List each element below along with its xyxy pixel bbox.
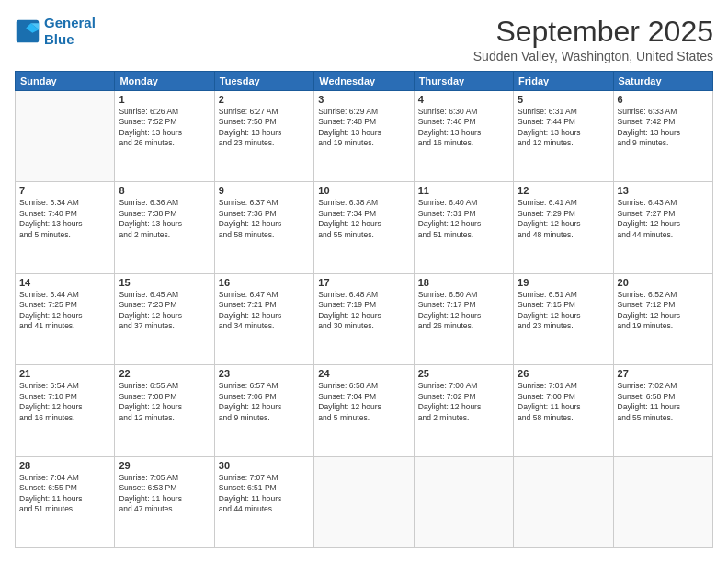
day-number: 28 [19, 460, 110, 471]
calendar-week-row: 7Sunrise: 6:34 AM Sunset: 7:40 PM Daylig… [16, 182, 713, 273]
day-number: 2 [219, 94, 310, 105]
day-info: Sunrise: 7:02 AM Sunset: 6:58 PM Dayligh… [618, 381, 709, 423]
table-row: 5Sunrise: 6:31 AM Sunset: 7:44 PM Daylig… [514, 91, 613, 182]
day-info: Sunrise: 6:47 AM Sunset: 7:21 PM Dayligh… [219, 290, 310, 332]
day-number: 14 [19, 277, 110, 288]
day-info: Sunrise: 6:45 AM Sunset: 7:23 PM Dayligh… [119, 290, 210, 332]
col-tuesday: Tuesday [214, 72, 313, 91]
table-row: 27Sunrise: 7:02 AM Sunset: 6:58 PM Dayli… [613, 365, 712, 456]
table-row: 29Sunrise: 7:05 AM Sunset: 6:53 PM Dayli… [115, 456, 214, 547]
table-row: 12Sunrise: 6:41 AM Sunset: 7:29 PM Dayli… [514, 182, 613, 273]
day-info: Sunrise: 7:07 AM Sunset: 6:51 PM Dayligh… [219, 473, 310, 515]
day-info: Sunrise: 7:05 AM Sunset: 6:53 PM Dayligh… [119, 473, 210, 515]
day-number: 8 [119, 185, 210, 196]
table-row: 11Sunrise: 6:40 AM Sunset: 7:31 PM Dayli… [414, 182, 513, 273]
day-number: 7 [19, 185, 110, 196]
table-row: 17Sunrise: 6:48 AM Sunset: 7:19 PM Dayli… [314, 273, 414, 364]
table-row: 21Sunrise: 6:54 AM Sunset: 7:10 PM Dayli… [16, 365, 115, 456]
day-info: Sunrise: 6:37 AM Sunset: 7:36 PM Dayligh… [219, 198, 310, 240]
table-row [613, 456, 712, 547]
col-monday: Monday [115, 72, 214, 91]
header: General Blue September 2025 Sudden Valle… [15, 15, 713, 63]
day-number: 26 [518, 368, 609, 379]
day-number: 27 [618, 368, 709, 379]
day-info: Sunrise: 6:41 AM Sunset: 7:29 PM Dayligh… [518, 198, 609, 240]
table-row: 7Sunrise: 6:34 AM Sunset: 7:40 PM Daylig… [16, 182, 115, 273]
day-info: Sunrise: 6:52 AM Sunset: 7:12 PM Dayligh… [618, 290, 709, 332]
calendar-week-row: 14Sunrise: 6:44 AM Sunset: 7:25 PM Dayli… [16, 273, 713, 364]
table-row: 22Sunrise: 6:55 AM Sunset: 7:08 PM Dayli… [115, 365, 214, 456]
table-row: 25Sunrise: 7:00 AM Sunset: 7:02 PM Dayli… [414, 365, 513, 456]
day-info: Sunrise: 7:01 AM Sunset: 7:00 PM Dayligh… [518, 381, 609, 423]
logo-icon [15, 18, 40, 44]
day-number: 21 [19, 368, 110, 379]
day-number: 20 [618, 277, 709, 288]
table-row: 20Sunrise: 6:52 AM Sunset: 7:12 PM Dayli… [613, 273, 712, 364]
calendar-header-row: Sunday Monday Tuesday Wednesday Thursday… [16, 72, 713, 91]
day-number: 6 [618, 94, 709, 105]
table-row: 13Sunrise: 6:43 AM Sunset: 7:27 PM Dayli… [613, 182, 712, 273]
table-row: 19Sunrise: 6:51 AM Sunset: 7:15 PM Dayli… [514, 273, 613, 364]
calendar-week-row: 28Sunrise: 7:04 AM Sunset: 6:55 PM Dayli… [16, 456, 713, 547]
day-info: Sunrise: 6:36 AM Sunset: 7:38 PM Dayligh… [119, 198, 210, 240]
day-info: Sunrise: 6:57 AM Sunset: 7:06 PM Dayligh… [219, 381, 310, 423]
table-row [514, 456, 613, 547]
table-row: 6Sunrise: 6:33 AM Sunset: 7:42 PM Daylig… [613, 91, 712, 182]
day-info: Sunrise: 6:34 AM Sunset: 7:40 PM Dayligh… [19, 198, 110, 240]
day-number: 17 [318, 277, 409, 288]
calendar-table: Sunday Monday Tuesday Wednesday Thursday… [15, 71, 713, 548]
day-number: 9 [219, 185, 310, 196]
table-row [414, 456, 513, 547]
location: Sudden Valley, Washington, United States [473, 49, 713, 63]
day-info: Sunrise: 6:26 AM Sunset: 7:52 PM Dayligh… [119, 107, 210, 149]
logo-text: General Blue [44, 15, 96, 48]
day-info: Sunrise: 6:54 AM Sunset: 7:10 PM Dayligh… [19, 381, 110, 423]
day-number: 12 [518, 185, 609, 196]
day-info: Sunrise: 6:29 AM Sunset: 7:48 PM Dayligh… [318, 107, 409, 149]
day-info: Sunrise: 6:38 AM Sunset: 7:34 PM Dayligh… [318, 198, 409, 240]
table-row: 1Sunrise: 6:26 AM Sunset: 7:52 PM Daylig… [115, 91, 214, 182]
day-info: Sunrise: 6:44 AM Sunset: 7:25 PM Dayligh… [19, 290, 110, 332]
table-row: 30Sunrise: 7:07 AM Sunset: 6:51 PM Dayli… [214, 456, 313, 547]
day-info: Sunrise: 6:50 AM Sunset: 7:17 PM Dayligh… [418, 290, 509, 332]
day-info: Sunrise: 6:30 AM Sunset: 7:46 PM Dayligh… [418, 107, 509, 149]
day-info: Sunrise: 7:04 AM Sunset: 6:55 PM Dayligh… [19, 473, 110, 515]
day-number: 22 [119, 368, 210, 379]
table-row: 4Sunrise: 6:30 AM Sunset: 7:46 PM Daylig… [414, 91, 513, 182]
day-info: Sunrise: 6:58 AM Sunset: 7:04 PM Dayligh… [318, 381, 409, 423]
table-row: 23Sunrise: 6:57 AM Sunset: 7:06 PM Dayli… [214, 365, 313, 456]
day-number: 10 [318, 185, 409, 196]
col-thursday: Thursday [414, 72, 513, 91]
day-number: 30 [219, 460, 310, 471]
table-row: 28Sunrise: 7:04 AM Sunset: 6:55 PM Dayli… [16, 456, 115, 547]
day-number: 29 [119, 460, 210, 471]
table-row: 18Sunrise: 6:50 AM Sunset: 7:17 PM Dayli… [414, 273, 513, 364]
day-number: 1 [119, 94, 210, 105]
calendar-week-row: 21Sunrise: 6:54 AM Sunset: 7:10 PM Dayli… [16, 365, 713, 456]
day-number: 24 [318, 368, 409, 379]
title-block: September 2025 Sudden Valley, Washington… [473, 15, 713, 63]
table-row: 24Sunrise: 6:58 AM Sunset: 7:04 PM Dayli… [314, 365, 414, 456]
day-number: 19 [518, 277, 609, 288]
table-row [314, 456, 414, 547]
col-wednesday: Wednesday [314, 72, 414, 91]
table-row: 15Sunrise: 6:45 AM Sunset: 7:23 PM Dayli… [115, 273, 214, 364]
day-info: Sunrise: 6:43 AM Sunset: 7:27 PM Dayligh… [618, 198, 709, 240]
day-info: Sunrise: 6:51 AM Sunset: 7:15 PM Dayligh… [518, 290, 609, 332]
day-number: 5 [518, 94, 609, 105]
day-number: 13 [618, 185, 709, 196]
day-number: 18 [418, 277, 509, 288]
table-row: 16Sunrise: 6:47 AM Sunset: 7:21 PM Dayli… [214, 273, 313, 364]
logo: General Blue [15, 15, 96, 48]
table-row: 26Sunrise: 7:01 AM Sunset: 7:00 PM Dayli… [514, 365, 613, 456]
day-number: 15 [119, 277, 210, 288]
day-number: 25 [418, 368, 509, 379]
day-info: Sunrise: 7:00 AM Sunset: 7:02 PM Dayligh… [418, 381, 509, 423]
col-sunday: Sunday [16, 72, 115, 91]
day-number: 11 [418, 185, 509, 196]
table-row: 9Sunrise: 6:37 AM Sunset: 7:36 PM Daylig… [214, 182, 313, 273]
page: General Blue September 2025 Sudden Valle… [0, 0, 728, 563]
day-number: 23 [219, 368, 310, 379]
col-friday: Friday [514, 72, 613, 91]
table-row: 2Sunrise: 6:27 AM Sunset: 7:50 PM Daylig… [214, 91, 313, 182]
